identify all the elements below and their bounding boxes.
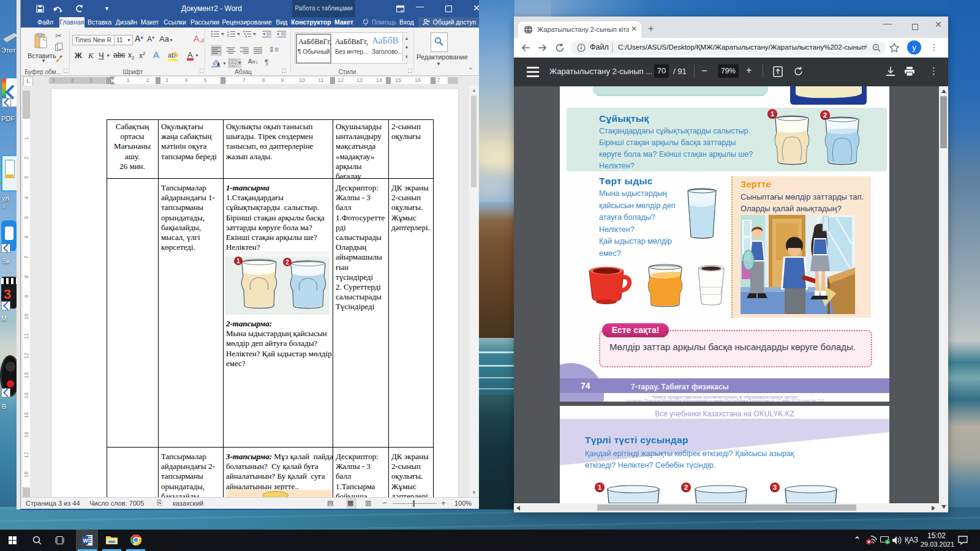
- svg-text:2: 2: [285, 259, 289, 266]
- svg-text:ab: ab: [168, 51, 175, 59]
- svg-text:W: W: [83, 538, 88, 544]
- svg-text:3: 3: [227, 35, 229, 38]
- svg-text:1: 1: [236, 258, 240, 264]
